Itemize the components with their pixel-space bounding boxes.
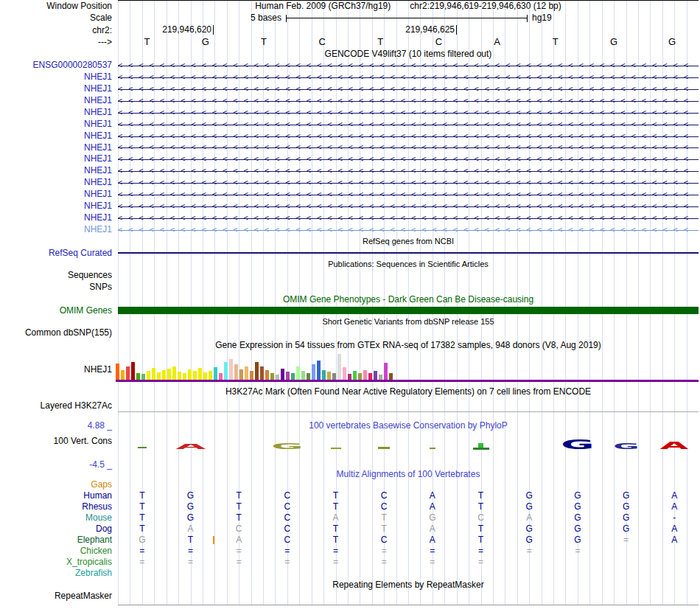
gene-item-label[interactable]: NHEJ1 xyxy=(0,142,112,154)
gene-item-label[interactable]: NHEJ1 xyxy=(0,165,112,177)
reverse-strand-arrows: <<<<<<<<<<<<<<<<<<<<<<<<<<<<<<<<<<<<<<<<… xyxy=(118,191,694,198)
gtex-tissue-bar xyxy=(209,371,212,380)
gene-item-label[interactable]: NHEJ1 xyxy=(0,224,112,236)
base-letter: T xyxy=(351,36,410,48)
alignment-base: G xyxy=(553,501,602,512)
alignment-base: T xyxy=(312,501,360,512)
species-label[interactable]: Rhesus xyxy=(0,501,112,512)
gene-transcript-line[interactable]: <<<<<<<<<<<<<<<<<<<<<<<<<<<<<<<<<<<<<<<<… xyxy=(118,72,699,83)
dbsnp-track-title[interactable]: Short Genetic Variants from dbSNP releas… xyxy=(118,317,699,327)
gene-transcript-line[interactable]: <<<<<<<<<<<<<<<<<<<<<<<<<<<<<<<<<<<<<<<<… xyxy=(118,153,699,165)
publications-track-title[interactable]: Publications: Sequences in Scientific Ar… xyxy=(118,260,699,269)
base-letter: C xyxy=(410,36,468,48)
gencode-track-title[interactable]: GENCODE V49lift37 (10 items filtered out… xyxy=(118,49,699,59)
gene-row: NHEJ1<<<<<<<<<<<<<<<<<<<<<<<<<<<<<<<<<<<… xyxy=(0,153,700,165)
base-letter: G xyxy=(643,36,700,48)
refseq-gene-line[interactable] xyxy=(118,252,699,254)
snps-label[interactable]: SNPs xyxy=(0,282,112,293)
alignment-cells: ========== xyxy=(118,546,699,557)
alignment-insertion-marker xyxy=(213,536,214,544)
alignment-base: C xyxy=(263,490,312,501)
h3k27ac-label[interactable]: Layered H3K27Ac xyxy=(0,400,112,418)
species-label[interactable]: Chicken xyxy=(0,546,112,557)
gtex-tissue-bar xyxy=(214,367,217,380)
repeatmasker-label[interactable]: RepeatMasker xyxy=(0,591,112,602)
alignment-base: G xyxy=(167,490,215,501)
gene-transcript-line[interactable]: <<<<<<<<<<<<<<<<<<<<<<<<<<<<<<<<<<<<<<<<… xyxy=(118,131,699,142)
gene-item-label[interactable]: NHEJ1 xyxy=(0,72,112,83)
gene-transcript-line[interactable]: <<<<<<<<<<<<<<<<<<<<<<<<<<<<<<<<<<<<<<<<… xyxy=(118,119,699,131)
phylop-logo-letter: A xyxy=(659,441,690,450)
species-label[interactable]: Gaps xyxy=(0,479,112,490)
h3k27ac-track-title[interactable]: H3K27Ac Mark (Often Found Near Active Re… xyxy=(118,386,699,397)
gene-transcript-line[interactable]: <<<<<<<<<<<<<<<<<<<<<<<<<<<<<<<<<<<<<<<<… xyxy=(118,212,699,224)
alignment-cells: ======== xyxy=(118,557,699,568)
sequences-label[interactable]: Sequences xyxy=(0,270,112,281)
alignment-base: = xyxy=(457,557,505,568)
gene-transcript-line[interactable]: <<<<<<<<<<<<<<<<<<<<<<<<<<<<<<<<<<<<<<<<… xyxy=(118,165,699,177)
refseq-track-title[interactable]: RefSeq genes from NCBI xyxy=(118,237,699,246)
reverse-strand-arrows: <<<<<<<<<<<<<<<<<<<<<<<<<<<<<<<<<<<<<<<<… xyxy=(118,167,694,175)
species-label[interactable]: Dog xyxy=(0,524,112,535)
gene-transcript-line[interactable]: <<<<<<<<<<<<<<<<<<<<<<<<<<<<<<<<<<<<<<<<… xyxy=(118,95,699,107)
gene-item-label[interactable]: NHEJ1 xyxy=(0,95,112,107)
gtex-gene-label[interactable]: NHEJ1 xyxy=(0,364,112,375)
omim-genes-label[interactable]: OMIM Genes xyxy=(0,305,112,316)
phylop-track-title[interactable]: 100 vertebrates Basewise Conservation by… xyxy=(118,420,699,431)
repeatmasker-track-title[interactable]: Repeating Elements by RepeatMasker xyxy=(118,580,699,590)
alignment-base: = xyxy=(408,546,457,557)
alignment-base xyxy=(457,479,505,490)
repeatmasker-row: RepeatMasker xyxy=(0,591,700,602)
gene-transcript-line[interactable]: <<<<<<<<<<<<<<<<<<<<<<<<<<<<<<<<<<<<<<<<… xyxy=(118,177,699,189)
gene-item-label[interactable]: NHEJ1 xyxy=(0,107,112,119)
gene-transcript-line[interactable]: <<<<<<<<<<<<<<<<<<<<<<<<<<<<<<<<<<<<<<<<… xyxy=(118,107,699,119)
phylop-min-label: -4.5 _ xyxy=(0,459,112,470)
gtex-tissue-bar xyxy=(286,372,290,380)
coord-tick-left xyxy=(213,25,214,35)
gene-transcript-line[interactable]: <<<<<<<<<<<<<<<<<<<<<<<<<<<<<<<<<<<<<<<<… xyxy=(118,60,699,72)
alignment-base: T xyxy=(312,535,360,546)
gene-item-label[interactable]: NHEJ1 xyxy=(0,177,112,189)
gene-transcript-line[interactable]: <<<<<<<<<<<<<<<<<<<<<<<<<<<<<<<<<<<<<<<<… xyxy=(118,224,699,236)
gtex-bars[interactable] xyxy=(116,352,393,380)
species-label[interactable]: Zebrafish xyxy=(0,568,112,579)
multiz-track-title[interactable]: Multiz Alignments of 100 Vertebrates xyxy=(118,469,699,479)
species-label[interactable]: Elephant xyxy=(0,535,112,546)
gene-transcript-line[interactable]: <<<<<<<<<<<<<<<<<<<<<<<<<<<<<<<<<<<<<<<<… xyxy=(118,83,699,95)
phylop-wiggle-mark xyxy=(430,448,435,449)
alignment-row-x_tropicalis: X_tropicalis======== xyxy=(0,557,700,568)
refseq-curated-label[interactable]: RefSeq Curated xyxy=(0,248,112,259)
gtex-gene-model-line[interactable] xyxy=(116,380,699,382)
gene-item-label[interactable]: NHEJ1 xyxy=(0,153,112,165)
alignment-row-zebrafish: Zebrafish xyxy=(0,568,700,579)
alignment-cells: TGTCTCATGGGA xyxy=(118,501,699,512)
gene-item-label[interactable]: NHEJ1 xyxy=(0,83,112,95)
gene-item-label[interactable]: NHEJ1 xyxy=(0,119,112,131)
gene-item-label[interactable]: NHEJ1 xyxy=(0,201,112,212)
gene-item-label[interactable]: NHEJ1 xyxy=(0,131,112,142)
gene-transcript-line[interactable]: <<<<<<<<<<<<<<<<<<<<<<<<<<<<<<<<<<<<<<<<… xyxy=(118,201,699,212)
gtex-track-title[interactable]: Gene Expression in 54 tissues from GTEx … xyxy=(118,340,699,350)
phylop-row: 100 Vert. Cons -4.5 _ AGGGA xyxy=(0,431,700,467)
gene-item-label[interactable]: NHEJ1 xyxy=(0,212,112,224)
alignment-base: A xyxy=(650,490,699,501)
gtex-tissue-bar xyxy=(116,364,119,380)
gene-transcript-line[interactable]: <<<<<<<<<<<<<<<<<<<<<<<<<<<<<<<<<<<<<<<<… xyxy=(118,142,699,154)
gene-item-label[interactable]: NHEJ1 xyxy=(0,189,112,201)
gene-transcript-line[interactable]: <<<<<<<<<<<<<<<<<<<<<<<<<<<<<<<<<<<<<<<<… xyxy=(118,189,699,201)
base-letter-row: TGTCTCATGGGA xyxy=(118,36,700,48)
species-label[interactable]: Human xyxy=(0,490,112,501)
reverse-strand-arrows: <<<<<<<<<<<<<<<<<<<<<<<<<<<<<<<<<<<<<<<<… xyxy=(118,120,694,128)
species-label[interactable]: Mouse xyxy=(0,512,112,524)
gene-item-label[interactable]: ENSG00000280537 xyxy=(0,60,112,72)
omim-track-title[interactable]: OMIM Gene Phenotypes - Dark Green Can Be… xyxy=(118,294,699,305)
species-label[interactable]: X_tropicalis xyxy=(0,557,112,568)
gtex-tissue-bar xyxy=(141,374,145,380)
gtex-tissue-bar xyxy=(281,369,284,380)
phylop-track-label[interactable]: 100 Vert. Cons xyxy=(0,436,112,446)
omim-gene-bar[interactable] xyxy=(118,307,699,314)
alignment-base xyxy=(214,568,263,579)
dbsnp-label[interactable]: Common dbSNP(155) xyxy=(0,327,112,338)
gtex-tissue-bar xyxy=(136,373,140,380)
gene-row: NHEJ1<<<<<<<<<<<<<<<<<<<<<<<<<<<<<<<<<<<… xyxy=(0,212,700,224)
